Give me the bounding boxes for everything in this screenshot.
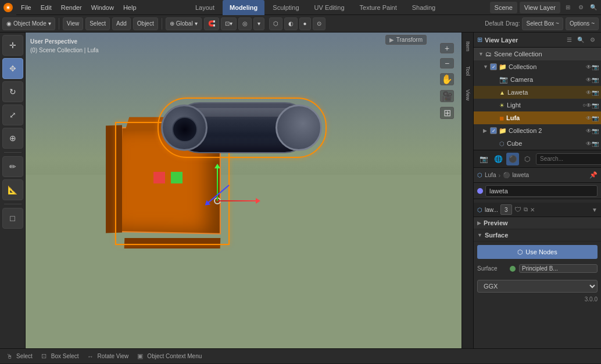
- mat-shield-icon[interactable]: 🛡: [514, 206, 521, 214]
- proportional-options[interactable]: ▾: [253, 17, 264, 30]
- item-tab[interactable]: Item: [463, 35, 473, 58]
- tab-texture-paint[interactable]: Texture Paint: [353, 0, 404, 15]
- transform-btn[interactable]: ⊕ Global ▾: [166, 17, 202, 30]
- move-btn[interactable]: ✥: [2, 58, 23, 79]
- laweta-render[interactable]: 📷: [592, 89, 599, 96]
- mode-selector[interactable]: ◉ Object Mode ▾: [2, 17, 55, 30]
- grid-btn[interactable]: ⊞: [440, 107, 454, 119]
- xray-btn[interactable]: ⬡: [269, 17, 282, 30]
- object-btn[interactable]: Object: [133, 17, 158, 30]
- mat-copy-icon[interactable]: ⧉: [524, 206, 528, 213]
- props-scene-icon[interactable]: 🌐: [492, 153, 505, 165]
- rotate-btn[interactable]: ↻: [2, 81, 23, 102]
- lufa-eye[interactable]: 👁: [586, 115, 592, 121]
- options-btn[interactable]: Options ~: [566, 17, 599, 30]
- breadcrumb-laweta[interactable]: laweta: [512, 172, 529, 178]
- collection2-eye[interactable]: 👁: [586, 128, 592, 134]
- 3d-scene: [26, 33, 473, 348]
- blender-logo[interactable]: [0, 0, 16, 15]
- viewport-render[interactable]: ⊙: [313, 17, 325, 30]
- menu-file[interactable]: File: [16, 0, 36, 15]
- props-search-input[interactable]: [536, 153, 601, 165]
- box-select-btn[interactable]: □: [2, 208, 23, 229]
- tab-sculpting[interactable]: Sculpting: [266, 0, 306, 15]
- collection2-row[interactable]: ▶ 📁 Collection 2 👁 📷: [474, 124, 601, 137]
- collection-eye[interactable]: 👁: [586, 64, 592, 70]
- camera-btn[interactable]: 🎥: [440, 90, 454, 102]
- scale-btn[interactable]: ⤢: [2, 104, 23, 125]
- outliner-settings-icon[interactable]: ⚙: [587, 35, 598, 45]
- material-name-input[interactable]: [485, 185, 598, 197]
- mat-unlink-icon[interactable]: ✕: [530, 207, 535, 213]
- surface-type-value[interactable]: Principled B...: [519, 264, 598, 273]
- drag-value[interactable]: Select Box ~: [522, 17, 563, 30]
- snap-magnet[interactable]: 🧲: [204, 17, 219, 30]
- menu-window[interactable]: Window: [87, 0, 119, 15]
- transform-toggle-btn[interactable]: ▶ Transform: [385, 35, 427, 45]
- camera-render[interactable]: 📷: [592, 77, 599, 83]
- view-btn[interactable]: View: [63, 17, 84, 30]
- breadcrumb-pin-icon[interactable]: 📌: [589, 171, 598, 179]
- light-eye[interactable]: 👁: [586, 102, 592, 109]
- lufa-row[interactable]: ◼ Lufa 👁 📷: [474, 111, 601, 124]
- scene-btn[interactable]: Scene: [490, 2, 517, 13]
- material-color-dot: [477, 188, 483, 194]
- cube-render[interactable]: 📷: [592, 140, 599, 147]
- light-row[interactable]: ☀ Light ○ 👁 📷: [474, 99, 601, 111]
- viewport-3d[interactable]: Z X -Y + − ✋ 🎥 ⊞ User Perspective (0) Sc…: [26, 33, 473, 348]
- props-render-icon[interactable]: 📷: [477, 153, 490, 165]
- tab-uv-editing[interactable]: UV Editing: [307, 0, 352, 15]
- view-tab[interactable]: View: [463, 84, 473, 107]
- zoom-in-btn[interactable]: +: [440, 43, 454, 53]
- viewport-shade[interactable]: ◐: [284, 17, 298, 30]
- collection2-render[interactable]: 📷: [592, 128, 599, 134]
- ggx-dropdown[interactable]: GGX: [477, 280, 598, 293]
- collection2-name: Collection 2: [509, 127, 586, 134]
- outliner-search-icon[interactable]: 🔍: [575, 35, 586, 45]
- add-btn[interactable]: Add: [112, 17, 131, 30]
- outliner-filter-icon[interactable]: ☰: [564, 35, 574, 45]
- annotate-btn[interactable]: ✏: [2, 156, 23, 177]
- preview-section-header[interactable]: ▶ Preview: [474, 217, 601, 229]
- menu-help[interactable]: Help: [119, 0, 141, 15]
- props-object-icon[interactable]: ⬡: [521, 153, 534, 165]
- tab-layout[interactable]: Layout: [188, 0, 221, 15]
- mat-more-icon[interactable]: ▼: [592, 207, 598, 213]
- zoom-out-btn[interactable]: −: [440, 58, 454, 69]
- collection-row[interactable]: ▼ 📁 Collection 👁 📷: [474, 60, 601, 73]
- camera-eye[interactable]: 👁: [586, 77, 592, 83]
- collection2-checkbox[interactable]: [490, 127, 497, 134]
- window-icon[interactable]: ⊞: [563, 2, 573, 13]
- pan-btn[interactable]: ✋: [440, 73, 454, 85]
- cursor-btn[interactable]: ✛: [2, 35, 23, 56]
- menu-edit[interactable]: Edit: [36, 0, 56, 15]
- measure-btn[interactable]: 📐: [2, 179, 23, 200]
- tab-modeling[interactable]: Modeling: [223, 0, 264, 15]
- view-layer-btn[interactable]: View Layer: [520, 2, 560, 13]
- light-render[interactable]: 📷: [592, 102, 599, 109]
- viewport-solid[interactable]: ●: [299, 17, 311, 30]
- collection-checkbox[interactable]: [490, 63, 497, 70]
- collection-render-icon[interactable]: 📷: [592, 64, 599, 70]
- lufa-render[interactable]: 📷: [592, 115, 599, 121]
- proportional-btn[interactable]: ◎: [238, 17, 252, 30]
- use-nodes-btn[interactable]: ⬡ Use Nodes: [477, 245, 598, 259]
- cube-eye[interactable]: 👁: [586, 140, 592, 147]
- scene-collection-row[interactable]: ▼ 🗂 Scene Collection: [474, 48, 601, 60]
- cube-row[interactable]: ⬡ Cube 👁 📷: [474, 137, 601, 150]
- tool-tab[interactable]: Tool: [463, 59, 473, 82]
- props-material-icon[interactable]: ⚫: [506, 153, 519, 165]
- menu-render[interactable]: Render: [56, 0, 87, 15]
- breadcrumb-lufa[interactable]: Lufa: [485, 172, 496, 178]
- transform-combined-btn[interactable]: ⊕: [2, 128, 23, 149]
- tab-shading[interactable]: Shading: [405, 0, 442, 15]
- camera-row[interactable]: 📷 Camera 👁 📷: [474, 73, 601, 86]
- laweta-row[interactable]: ▲ Laweta 👁 📷: [474, 86, 601, 99]
- collection-arrow: ▼: [483, 64, 490, 70]
- surface-section-header[interactable]: ▼ Surface: [474, 229, 601, 242]
- settings-icon[interactable]: ⚙: [575, 2, 586, 13]
- laweta-eye[interactable]: 👁: [586, 89, 592, 96]
- search-icon-top[interactable]: 🔍: [588, 2, 599, 13]
- snap-options[interactable]: ⊡▾: [221, 17, 237, 30]
- select-btn[interactable]: Select: [85, 17, 110, 30]
